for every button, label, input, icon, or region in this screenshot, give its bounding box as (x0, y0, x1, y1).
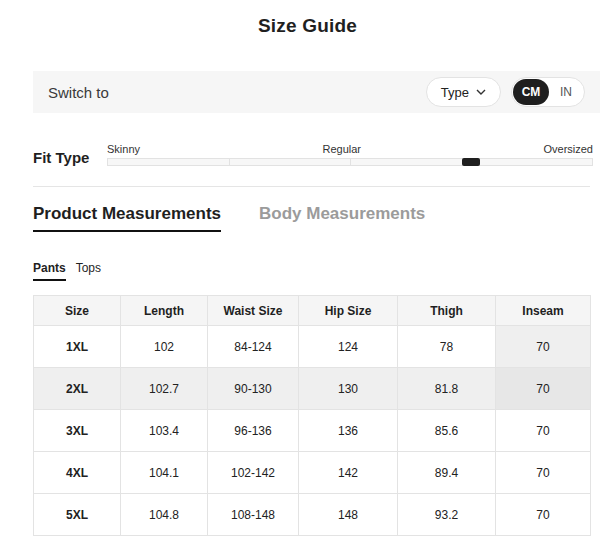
unit-option-in[interactable]: IN (549, 85, 583, 99)
fit-scale-tick (350, 159, 351, 165)
table-header-row: SizeLengthWaist SizeHip SizeThighInseam (34, 296, 591, 326)
tab-product-measurements[interactable]: Product Measurements (33, 204, 221, 232)
size-cell: 3XL (34, 410, 121, 452)
unit-option-cm[interactable]: CM (513, 79, 549, 105)
category-subtabs: Pants Tops (33, 261, 615, 281)
value-cell: 85.6 (398, 410, 496, 452)
value-cell: 124 (299, 326, 398, 368)
subtab-tops[interactable]: Tops (76, 261, 101, 281)
value-cell: 136 (299, 410, 398, 452)
value-cell: 70 (496, 368, 591, 410)
fit-scale-oversized: Oversized (543, 143, 593, 155)
column-header: Inseam (496, 296, 591, 326)
size-cell: 5XL (34, 494, 121, 536)
tab-body-measurements[interactable]: Body Measurements (259, 204, 425, 232)
fit-scale-regular: Regular (322, 143, 361, 155)
page-title: Size Guide (0, 15, 615, 37)
switch-to-bar: Switch to Type CM IN (33, 71, 600, 113)
value-cell: 108-148 (208, 494, 299, 536)
value-cell: 130 (299, 368, 398, 410)
column-header: Thigh (398, 296, 496, 326)
value-cell: 142 (299, 452, 398, 494)
fit-scale-skinny: Skinny (107, 143, 140, 155)
value-cell: 102 (121, 326, 208, 368)
type-dropdown-label: Type (441, 85, 469, 100)
table-row: 4XL104.1102-14214289.470 (34, 452, 591, 494)
value-cell: 104.1 (121, 452, 208, 494)
table-row: 1XL10284-1241247870 (34, 326, 591, 368)
measurement-tabs: Product Measurements Body Measurements (33, 204, 615, 232)
value-cell: 103.4 (121, 410, 208, 452)
size-cell: 4XL (34, 452, 121, 494)
table-row: 5XL104.8108-14814893.270 (34, 494, 591, 536)
value-cell: 102-142 (208, 452, 299, 494)
value-cell: 102.7 (121, 368, 208, 410)
switch-to-label: Switch to (48, 84, 109, 101)
type-dropdown-button[interactable]: Type (426, 77, 501, 107)
switch-controls: Type CM IN (426, 77, 585, 107)
fit-type-section: Fit Type Skinny Regular Oversized (33, 143, 593, 166)
size-measurements-table: SizeLengthWaist SizeHip SizeThighInseam … (33, 295, 591, 536)
column-header: Waist Size (208, 296, 299, 326)
fit-type-track (107, 158, 593, 166)
fit-type-label: Fit Type (33, 149, 107, 166)
subtab-pants[interactable]: Pants (33, 261, 66, 281)
chevron-down-icon (476, 89, 486, 95)
column-header: Size (34, 296, 121, 326)
value-cell: 93.2 (398, 494, 496, 536)
value-cell: 70 (496, 452, 591, 494)
value-cell: 78 (398, 326, 496, 368)
value-cell: 96-136 (208, 410, 299, 452)
value-cell: 70 (496, 326, 591, 368)
size-cell: 2XL (34, 368, 121, 410)
value-cell: 89.4 (398, 452, 496, 494)
value-cell: 70 (496, 410, 591, 452)
table-row: 3XL103.496-13613685.670 (34, 410, 591, 452)
unit-toggle: CM IN (511, 77, 585, 107)
value-cell: 84-124 (208, 326, 299, 368)
value-cell: 70 (496, 494, 591, 536)
fit-scale-labels: Skinny Regular Oversized (107, 143, 593, 155)
table-row: 2XL102.790-13013081.870 (34, 368, 591, 410)
value-cell: 148 (299, 494, 398, 536)
value-cell: 90-130 (208, 368, 299, 410)
section-divider (33, 186, 590, 187)
fit-scale-tick (229, 159, 230, 165)
column-header: Length (121, 296, 208, 326)
fit-type-slider: Skinny Regular Oversized (107, 143, 593, 166)
fit-type-marker (462, 158, 480, 166)
column-header: Hip Size (299, 296, 398, 326)
value-cell: 81.8 (398, 368, 496, 410)
value-cell: 104.8 (121, 494, 208, 536)
size-cell: 1XL (34, 326, 121, 368)
